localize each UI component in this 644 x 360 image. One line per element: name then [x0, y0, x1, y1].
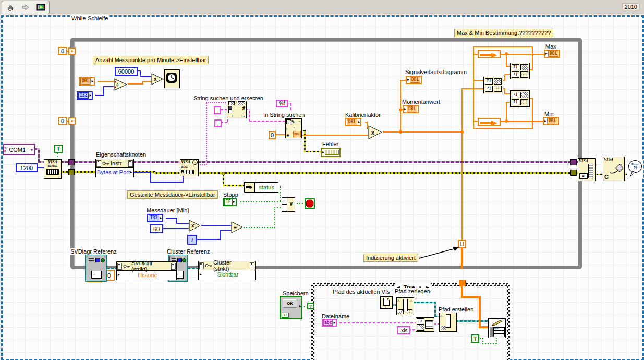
wipe-glyph [607, 161, 623, 176]
ok-button-terminal[interactable]: OK ▸ TF [280, 296, 302, 319]
property-bytes-at-port[interactable]: Bytes at Port▸ [96, 168, 133, 176]
constant-true-transpose[interactable]: T [471, 334, 479, 343]
current-vi-path-node[interactable]: ↳ [380, 296, 393, 309]
wire-boolean [274, 207, 282, 208]
simple-error-handler-node[interactable]: Error ?! [627, 159, 643, 179]
constant-60000[interactable]: 60000 [115, 67, 138, 76]
page-glyph: ▱ [91, 271, 102, 279]
max-min-node[interactable]: ?] ?] [510, 90, 530, 107]
visa-configure-serial-node[interactable]: VISA SERIAL [44, 159, 62, 179]
tunnel-shift-bottom[interactable] [68, 117, 76, 125]
visa-resource-constant[interactable]: I/O COM1 ▼ [3, 144, 35, 155]
multiply-node[interactable]: x [151, 73, 164, 86]
strip-path-node[interactable]: ∴ ∴ [396, 297, 414, 315]
visa-close-node[interactable]: VISA C [603, 157, 625, 181]
property-node-svdiagr[interactable]: SVDiagr (strikt) ▸Historie [116, 261, 177, 280]
label-pfad-zerlegen: Pfad zerlegen [395, 288, 430, 294]
case-tunnel-array[interactable] [459, 280, 466, 286]
write-spreadsheet-node[interactable]: abc [488, 318, 506, 338]
constant-replace-char[interactable]: , [214, 119, 222, 127]
tunnel-error-in[interactable] [68, 169, 75, 175]
baud-rate-constant[interactable]: 1200 [16, 163, 38, 172]
concatenate-strings-node[interactable]: □+ [416, 317, 434, 332]
i32-control[interactable]: I32▸ [77, 91, 93, 100]
dropdown-arrow-icon[interactable]: ▼ [29, 148, 34, 152]
multiply-calibration-node[interactable]: x [368, 125, 383, 140]
property-node-instr[interactable]: Instr Bytes at Port▸ [95, 159, 134, 177]
dbl-control-messpunkte[interactable]: DBL▸ [79, 77, 95, 86]
io-glyph: I/O [4, 147, 8, 153]
toolbar: 2010 [0, 0, 644, 15]
wire [140, 76, 151, 77]
visa-serial-break-node[interactable]: VISA ▣: [578, 158, 596, 181]
tf-control-stopp[interactable]: TF▸ [223, 198, 237, 206]
equals-node[interactable]: = [231, 221, 244, 234]
tunnel-visa-in[interactable] [68, 159, 75, 165]
key-icon [102, 161, 110, 165]
wire-boolean [280, 186, 281, 201]
string-control-dateiname[interactable]: abc ▸ [322, 319, 337, 327]
wire [506, 102, 507, 121]
label-dateiname: Dateiname [322, 313, 349, 319]
wire-array [461, 296, 481, 298]
step-arrow-icon[interactable] [19, 2, 32, 13]
svdiagr-control-ref[interactable]: ▱ [85, 254, 107, 282]
wire-visa [38, 161, 44, 163]
vi-run-icon[interactable] [34, 2, 47, 13]
i32-control-messdauer[interactable]: I32▸ [147, 214, 163, 222]
feedback-node-min[interactable] [478, 118, 501, 126]
tunnel-shift-top[interactable] [68, 47, 76, 55]
label-max: Max [545, 43, 556, 50]
unbundle-status-node[interactable]: status [244, 182, 278, 193]
dbl-indicator-signalverlauf[interactable]: ▸DBL [406, 76, 422, 84]
feedback-node-max[interactable] [478, 50, 501, 58]
or-compound-node[interactable]: ∨ [282, 197, 295, 212]
wire-array [461, 286, 463, 297]
build-path-node[interactable]: ∴ ∴ [439, 312, 457, 332]
constant-xls[interactable]: .xls [397, 326, 410, 334]
dbl-indicator-momentanwert[interactable]: ▸DBL [403, 105, 419, 113]
constant-zero-offset[interactable]: 0 [269, 131, 276, 139]
node-glyph [96, 160, 101, 167]
max-min-node[interactable]: ?] ?] [510, 63, 530, 79]
wait-ms-multiple-node[interactable] [164, 69, 180, 88]
wire-string [221, 109, 227, 110]
dbl-indicator-min[interactable]: ▸DBL [543, 117, 559, 125]
property-node-cluster[interactable]: Cluster (strikt) ▸Sichtbar [198, 261, 256, 280]
comment-anzahl-messpunkte: Anzahl Messpunkte pro Minute->Einstellba… [93, 56, 209, 64]
scan-from-string-node[interactable]: % → ⋱ ! ◉ DBL [285, 118, 302, 138]
display-glyph: ▣: [579, 173, 588, 179]
constant-format-string[interactable]: %f [276, 100, 288, 107]
loop-condition-terminal[interactable] [305, 198, 315, 209]
property-sichtbar[interactable]: ▸Sichtbar [199, 270, 255, 279]
dbl-control-kalibrierfaktor[interactable]: DBL▸ [345, 118, 361, 126]
wire [103, 86, 114, 87]
tunnel-visa-out[interactable] [570, 159, 577, 165]
bubble-tail [629, 171, 636, 177]
wire-boolean [244, 227, 275, 228]
hand-tool-icon[interactable] [4, 2, 17, 13]
case-selector-tunnel[interactable]: ? [307, 303, 314, 309]
wire-error [223, 173, 224, 186]
year-badge: 2010 [622, 3, 640, 10]
divide-node[interactable]: ÷ [114, 78, 128, 91]
visa-read-node[interactable]: VISA ◔ abc R [180, 159, 199, 176]
wire-numeric [133, 172, 151, 173]
multiply-duration-node[interactable]: x [189, 220, 201, 232]
max-min-node[interactable]: ?] ?] [483, 77, 503, 93]
dbl-indicator-max[interactable]: ▸DBL [544, 50, 560, 58]
labview-block-diagram: 2010 While-Schleife [] 0 0 I/O COM1 ▼ T … [0, 0, 644, 360]
property-historie[interactable]: ▸Historie [117, 271, 176, 279]
visa-text: VISA [44, 160, 61, 164]
constant-zero-init-min[interactable]: 0 [58, 117, 67, 125]
constant-true[interactable]: T [54, 145, 63, 153]
constant-60[interactable]: 60 [150, 224, 163, 233]
iteration-terminal[interactable]: i [187, 235, 197, 245]
error-cluster-indicator[interactable]: ▸ [321, 148, 341, 157]
constant-search-char[interactable]: . [214, 106, 221, 114]
diagram-canvas: While-Schleife [] 0 0 I/O COM1 ▼ T 1200 … [0, 14, 644, 360]
constant-zero-init-max[interactable]: 0 [58, 47, 67, 55]
search-replace-string-node[interactable]: ↷ # + +▪ [227, 100, 247, 118]
label-svdiagr-referenz: SVDiagr Referenz [70, 248, 117, 255]
tunnel-error-out[interactable] [570, 170, 577, 176]
